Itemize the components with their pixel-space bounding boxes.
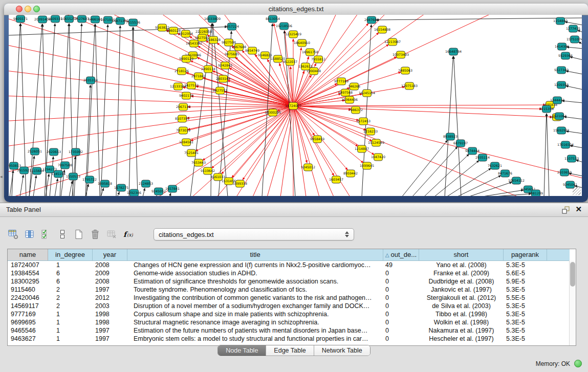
table-settings-icon[interactable]	[8, 229, 18, 239]
graph-node[interactable]: 1609331	[48, 15, 62, 23]
graph-node[interactable]: 8959442	[343, 170, 358, 177]
table-vertical-scrollbar[interactable]	[569, 260, 576, 345]
table-selector-dropdown[interactable]: citations_edges.txt	[154, 228, 354, 240]
column-header-title[interactable]: title	[127, 249, 383, 260]
table-row[interactable]: 946362711997Embryonic stem cells: a mode…	[8, 335, 570, 343]
network-canvas[interactable]: 1872400791638228860128891295422226058982…	[9, 15, 582, 196]
graph-node[interactable]: 1209358	[554, 81, 569, 89]
graph-node[interactable]: 1284561	[179, 139, 193, 146]
graph-node[interactable]: 7357224	[225, 23, 239, 30]
close-panel-icon[interactable]: ✕	[575, 205, 582, 214]
graph-node[interactable]: 1277435	[566, 25, 580, 32]
resize-grip-icon[interactable]	[573, 187, 581, 195]
graph-node[interactable]: 2935114	[475, 154, 490, 161]
graph-node[interactable]: 9227349	[554, 67, 569, 74]
tab-edge-table[interactable]: Edge Table	[266, 345, 313, 356]
table-row[interactable]: 969969511998Structural magnetic resonanc…	[8, 318, 570, 326]
graph-node[interactable]: 7873019	[176, 127, 190, 134]
column-header-out_de[interactable]: △out_de...	[383, 249, 419, 260]
row-check-icon[interactable]	[41, 229, 51, 239]
table-row[interactable]: 946554611997Estimation of the future num…	[8, 326, 570, 335]
graph-node[interactable]: 15692971	[553, 127, 570, 134]
graph-node[interactable]: 12975183	[401, 82, 418, 90]
tab-network-table[interactable]: Network Table	[314, 345, 370, 356]
graph-node[interactable]: 9329366	[558, 52, 573, 59]
graph-node[interactable]: 7632621	[488, 162, 502, 169]
column-header-year[interactable]: year	[93, 249, 127, 260]
table-row[interactable]: 1938455462009Genome-wide association stu…	[8, 269, 570, 277]
panel-collapse-arrow[interactable]: ◂	[0, 174, 3, 179]
graph-node[interactable]: 16245154	[359, 90, 375, 97]
function-builder-icon[interactable]: f(x)	[123, 229, 133, 239]
graph-node[interactable]: 8813054	[266, 15, 280, 23]
graph-node[interactable]: 6466160	[88, 16, 102, 23]
graph-node[interactable]: 15751074	[567, 36, 582, 43]
graph-node[interactable]: 18640910	[294, 39, 310, 47]
table-row[interactable]: 977716911998Corpus callosum shape and si…	[8, 310, 570, 318]
graph-node[interactable]: 17016504	[557, 141, 574, 148]
new-table-icon[interactable]	[74, 229, 84, 239]
graph-node[interactable]: 9405571	[13, 15, 28, 23]
graph-node[interactable]: 1414306	[555, 43, 569, 50]
graph-node[interactable]: 2124853	[139, 180, 153, 187]
graph-node[interactable]: 8912954	[179, 30, 193, 37]
graph-node[interactable]: 19218506	[276, 23, 292, 30]
graph-node[interactable]: 7986372	[349, 106, 363, 114]
graph-node[interactable]: 1527607	[75, 15, 89, 23]
graph-node[interactable]: 2067139	[176, 103, 190, 111]
graph-node[interactable]: 8454749	[245, 47, 259, 54]
graph-node[interactable]: 1214807	[355, 145, 369, 152]
graph-node[interactable]: 8107355	[175, 115, 189, 122]
graph-node[interactable]: 6497568	[338, 89, 353, 96]
graph-node[interactable]: 10654112	[508, 177, 525, 184]
graph-node[interactable]: 1154840	[553, 17, 568, 25]
graph-node[interactable]: 16154838	[374, 26, 390, 33]
graph-node[interactable]: 2526051	[28, 148, 42, 155]
graph-node[interactable]: 16648784	[445, 48, 462, 55]
graph-node[interactable]: 9146821	[258, 52, 272, 59]
tab-node-table[interactable]: Node Table	[218, 345, 266, 356]
graph-node[interactable]: 2967608	[232, 43, 246, 51]
merge-rows-icon[interactable]	[57, 229, 68, 239]
graph-node[interactable]: 16033809	[204, 15, 221, 23]
graph-node[interactable]: 1572453	[356, 118, 371, 125]
graph-node[interactable]: 1735992	[69, 148, 83, 156]
graph-node[interactable]: 8938923	[443, 133, 458, 140]
column-header-name[interactable]: name	[8, 249, 48, 260]
graph-node[interactable]: 746266	[348, 83, 360, 90]
delete-trash-icon[interactable]	[90, 229, 100, 239]
graph-node[interactable]: 12213987	[384, 38, 401, 46]
graph-node[interactable]: 2718126	[175, 68, 189, 75]
graph-node[interactable]: 9245052	[151, 188, 166, 195]
scrollbar-thumb[interactable]	[570, 262, 575, 287]
graph-node[interactable]: 8522037	[283, 58, 297, 65]
column-select-icon[interactable]	[25, 229, 35, 239]
graph-node[interactable]: 1657841	[165, 185, 180, 192]
float-window-icon[interactable]	[562, 206, 570, 216]
table-row[interactable]: 911546021997Tourette syndrome. Phenomeno…	[8, 286, 570, 294]
graph-node[interactable]: 1603457	[329, 176, 343, 183]
table-row[interactable]: 1456911722003Disruption of a novel membe…	[8, 302, 570, 310]
graph-node[interactable]: 9245012	[301, 164, 315, 171]
table-row[interactable]: 1872400712008Changes of HCN gene express…	[8, 261, 570, 269]
graph-node[interactable]: 7653443	[191, 159, 206, 166]
graph-node[interactable]: 7955812	[311, 56, 325, 63]
graph-node[interactable]: 1795722	[82, 176, 97, 183]
graph-node[interactable]: 7097588	[58, 162, 72, 169]
graph-node[interactable]: 1047420	[371, 154, 385, 161]
graph-node[interactable]: 1099645	[360, 162, 374, 169]
column-header-short[interactable]: short	[419, 249, 504, 260]
table-row[interactable]: 2242004622012Investigating the contribut…	[8, 294, 570, 302]
graph-node[interactable]: 9119642	[201, 167, 215, 174]
column-header-in_degree[interactable]: in_degree	[48, 249, 93, 260]
graph-node[interactable]: 3915927	[17, 167, 31, 174]
graph-node[interactable]: 2035334	[83, 77, 98, 84]
graph-node[interactable]: 2020653	[47, 148, 61, 156]
graph-node[interactable]: 1095818	[98, 180, 112, 187]
graph-node[interactable]: 12325419	[285, 31, 301, 38]
graph-node[interactable]: 1115684	[30, 167, 44, 174]
window-titlebar[interactable]: citations_edges.txt	[4, 4, 588, 15]
graph-node[interactable]: 8427552	[213, 87, 227, 94]
graph-node[interactable]: 6879197	[453, 140, 468, 147]
graph-node[interactable]: 16961758	[302, 49, 318, 56]
